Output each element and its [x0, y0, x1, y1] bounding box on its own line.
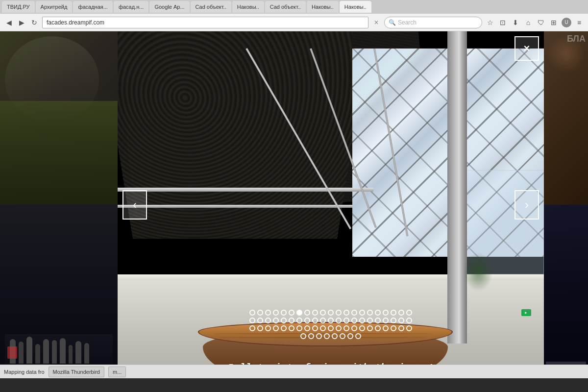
- bullet-1-8[interactable]: [304, 310, 310, 316]
- bullet-1-12[interactable]: [336, 310, 342, 316]
- tab-3[interactable]: фасадная...: [73, 1, 113, 13]
- bullet-3-6[interactable]: [289, 325, 294, 331]
- bullet-1-21[interactable]: [406, 310, 412, 316]
- bullet-1-2[interactable]: [257, 310, 263, 316]
- reload-icon[interactable]: ↻: [29, 18, 39, 27]
- bullet-4-3[interactable]: [316, 333, 322, 339]
- bullet-4-6[interactable]: [340, 333, 345, 339]
- bullet-3-5[interactable]: [281, 325, 287, 331]
- tab-6[interactable]: Cad объект..: [191, 1, 231, 13]
- bullet-4-2[interactable]: [308, 333, 314, 339]
- bullet-1-3[interactable]: [265, 310, 271, 316]
- bullet-4-4[interactable]: [324, 333, 330, 339]
- bullet-3-9[interactable]: [312, 325, 318, 331]
- close-tab-icon[interactable]: ✕: [371, 18, 381, 27]
- bullet-2-18[interactable]: [383, 318, 389, 323]
- bullet-1-13[interactable]: [343, 310, 349, 316]
- puzzle-icon[interactable]: ⊞: [549, 18, 559, 27]
- bullet-1-6[interactable]: [289, 310, 294, 316]
- bullet-3-11[interactable]: [328, 325, 334, 331]
- bullet-3-20[interactable]: [398, 325, 404, 331]
- bullet-2-14[interactable]: [351, 318, 357, 323]
- bullet-2-1[interactable]: [249, 318, 255, 323]
- bullet-2-19[interactable]: [391, 318, 396, 323]
- bullet-2-20[interactable]: [398, 318, 404, 323]
- bullet-3-1[interactable]: [249, 325, 255, 331]
- bullet-3-17[interactable]: [375, 325, 381, 331]
- bullet-2-12[interactable]: [336, 318, 342, 323]
- shield-icon[interactable]: 🛡: [536, 18, 546, 27]
- bullet-3-13[interactable]: [343, 325, 349, 331]
- bullet-1-19[interactable]: [391, 310, 396, 316]
- bullet-2-21[interactable]: [406, 318, 412, 323]
- bullet-3-21[interactable]: [406, 325, 412, 331]
- bullet-1-14[interactable]: [351, 310, 357, 316]
- bullet-2-7[interactable]: [296, 318, 302, 323]
- tab-2[interactable]: Архитрейд: [36, 1, 73, 13]
- next-button[interactable]: ›: [514, 190, 539, 220]
- star-icon[interactable]: ☆: [485, 18, 495, 27]
- bullet-4-1[interactable]: [300, 333, 306, 339]
- bullet-4-8[interactable]: [355, 333, 361, 339]
- tab-10[interactable]: Наковы..: [340, 1, 371, 13]
- address-bar[interactable]: [42, 17, 368, 28]
- search-bar[interactable]: 🔍 Search: [384, 17, 482, 28]
- bullet-2-8[interactable]: [304, 318, 310, 323]
- bullet-1-17[interactable]: [375, 310, 381, 316]
- menu-icon[interactable]: ≡: [574, 18, 584, 27]
- bullet-1-16[interactable]: [367, 310, 373, 316]
- bullet-2-4[interactable]: [273, 318, 279, 323]
- bullet-2-9[interactable]: [312, 318, 318, 323]
- bullet-2-15[interactable]: [359, 318, 365, 323]
- bullet-2-13[interactable]: [343, 318, 349, 323]
- bullet-3-14[interactable]: [351, 325, 357, 331]
- bullet-1-18[interactable]: [383, 310, 389, 316]
- bullet-1-11[interactable]: [328, 310, 334, 316]
- bullet-3-12[interactable]: [336, 325, 342, 331]
- bullet-2-3[interactable]: [265, 318, 271, 323]
- bullet-1-7[interactable]: [296, 310, 302, 316]
- bullet-3-16[interactable]: [367, 325, 373, 331]
- back-icon[interactable]: ◀: [4, 18, 14, 27]
- bullet-2-16[interactable]: [367, 318, 373, 323]
- tab-9[interactable]: Наковы..: [307, 1, 339, 13]
- bullet-3-10[interactable]: [320, 325, 326, 331]
- bullet-3-4[interactable]: [273, 325, 279, 331]
- bullet-2-17[interactable]: [375, 318, 381, 323]
- bullet-3-2[interactable]: [257, 325, 263, 331]
- bullet-4-5[interactable]: [332, 333, 338, 339]
- bullet-1-20[interactable]: [398, 310, 404, 316]
- bullet-2-5[interactable]: [281, 318, 287, 323]
- bullet-1-9[interactable]: [312, 310, 318, 316]
- close-button[interactable]: ×: [514, 36, 539, 61]
- bullet-1-10[interactable]: [320, 310, 326, 316]
- bullet-1-4[interactable]: [273, 310, 279, 316]
- bullet-2-10[interactable]: [320, 318, 326, 323]
- tab-5[interactable]: Google Ар...: [149, 1, 189, 13]
- taskbar-item-2[interactable]: m...: [108, 367, 126, 377]
- bullet-3-8[interactable]: [304, 325, 310, 331]
- bullet-3-19[interactable]: [391, 325, 396, 331]
- prev-button[interactable]: ‹: [122, 190, 147, 220]
- download-icon[interactable]: ⬇: [511, 18, 520, 27]
- tab-8[interactable]: Cad объект..: [265, 1, 306, 13]
- avatar-icon[interactable]: U: [562, 18, 571, 27]
- bullet-2-6[interactable]: [289, 318, 294, 323]
- forward-icon[interactable]: ▶: [17, 18, 26, 27]
- tab-4[interactable]: фасад.н...: [114, 1, 149, 13]
- bullet-3-15[interactable]: [359, 325, 365, 331]
- bullet-1-5[interactable]: [281, 310, 287, 316]
- thunderbird-taskbar[interactable]: Mozilla Thunderbird: [49, 367, 104, 377]
- bullet-1-1[interactable]: [249, 310, 255, 316]
- bullet-2-2[interactable]: [257, 318, 263, 323]
- bullet-3-18[interactable]: [383, 325, 389, 331]
- bullet-3-7[interactable]: [296, 325, 302, 331]
- bullet-4-7[interactable]: [347, 333, 353, 339]
- bookmark-icon[interactable]: ⊡: [498, 18, 508, 27]
- home-icon[interactable]: ⌂: [523, 18, 533, 27]
- tab-7[interactable]: Наковы..: [232, 1, 264, 13]
- bullet-1-15[interactable]: [359, 310, 365, 316]
- bullet-2-11[interactable]: [328, 318, 334, 323]
- tab-1[interactable]: ТВИД.РУ: [2, 1, 35, 13]
- bullet-3-3[interactable]: [265, 325, 271, 331]
